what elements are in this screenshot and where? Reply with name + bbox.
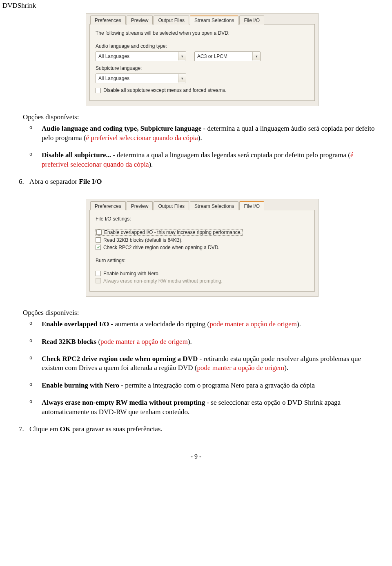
- list-item: Read 32KB blocks (pode manter a opção de…: [23, 337, 376, 346]
- option-title: Disable all subpicture...: [42, 151, 111, 159]
- combo-subpicture-language[interactable]: All Languages ▾: [96, 74, 186, 83]
- tab-stream-selections[interactable]: Stream Selections: [190, 201, 238, 210]
- list-item: Enable overlapped I/O - aumenta a veloci…: [23, 320, 376, 329]
- tab-preview[interactable]: Preview: [127, 201, 153, 210]
- checkbox-nero[interactable]: Enable burning with Nero.: [96, 271, 309, 276]
- option-title: Read 32KB blocks: [42, 338, 98, 345]
- checkbox-icon: [96, 237, 101, 243]
- text: ).: [149, 160, 153, 168]
- label-audio: Audio language and coding type:: [96, 43, 309, 49]
- checkbox-label: Read 32KB blocks (default is 64KB).: [103, 237, 183, 243]
- text-section-2: Opções disponíveis: Enable overlapped I/…: [0, 308, 392, 444]
- step-6: 6. Abra o separador File I/O: [19, 177, 376, 186]
- option-title: Enable burning with Nero: [42, 381, 119, 389]
- text: ).: [284, 364, 288, 372]
- chevron-down-icon: ▾: [178, 52, 186, 60]
- panel-body: File I/O settings: Enable overlapped I/O…: [89, 210, 315, 292]
- option-title: Always erase non-empty RW media without …: [42, 399, 205, 406]
- page-title: DVDShrink: [0, 0, 392, 11]
- checkbox-label: Always erase non-empty RW media without …: [103, 278, 223, 284]
- checkbox-label: Enable overlapped I/O - this may increas…: [104, 230, 242, 235]
- tab-preview[interactable]: Preview: [127, 16, 153, 25]
- checkbox-erase-rw: Always erase non-empty RW media without …: [96, 278, 309, 284]
- checkbox-icon: [96, 245, 101, 250]
- text-bold: OK: [60, 425, 71, 433]
- checkbox-label: Enable burning with Nero.: [103, 271, 160, 276]
- tab-bar: Preferences Preview Output Files Stream …: [89, 15, 315, 25]
- combo-audio-language[interactable]: All Languages ▾: [96, 51, 186, 61]
- list-item: Enable burning with Nero - permite a int…: [23, 381, 376, 390]
- checkbox-label: Check RPC2 drive region code when openin…: [103, 245, 220, 250]
- checkbox-icon: [96, 88, 101, 93]
- checkbox-icon: [96, 278, 101, 283]
- combo-value: All Languages: [96, 53, 178, 59]
- list-item: Check RPC2 drive region code when openin…: [23, 354, 376, 373]
- text: - aumenta a velocidade do ripping (: [109, 320, 209, 328]
- tab-file-io[interactable]: File I/O: [239, 201, 264, 210]
- tab-output-files[interactable]: Output Files: [154, 201, 189, 210]
- text: - determina a qual a linguagem das legen…: [111, 151, 350, 159]
- chevron-down-icon: ▾: [252, 52, 260, 60]
- step-number: 6.: [19, 177, 24, 186]
- text-section-1: Opções disponíveis: Audio language and c…: [0, 113, 392, 196]
- label-subpicture: Subpicture language:: [96, 65, 309, 71]
- text: para gravar as suas preferências.: [71, 425, 163, 433]
- tab-output-files[interactable]: Output Files: [154, 16, 189, 25]
- checkbox-icon: [96, 271, 101, 276]
- text-red: pode manter a opção de origem: [100, 338, 188, 345]
- text: Clique em: [29, 425, 60, 433]
- options-heading: Opções disponíveis:: [23, 113, 376, 122]
- page-number: - 9 -: [0, 444, 392, 460]
- tab-stream-selections[interactable]: Stream Selections: [190, 16, 238, 25]
- checkbox-icon: [96, 230, 102, 235]
- text-red: é preferível seleccionar quando da cópia: [86, 134, 198, 142]
- chevron-down-icon: ▾: [178, 74, 186, 82]
- tab-preferences[interactable]: Preferences: [90, 201, 126, 210]
- text: ).: [188, 338, 192, 345]
- option-title: Check RPC2 drive region code when openin…: [42, 355, 198, 363]
- option-title: Enable overlapped I/O: [42, 320, 109, 328]
- list-item: Always erase non-empty RW media without …: [23, 398, 376, 417]
- checkbox-disable-subpicture[interactable]: Disable all subpicture except menus and …: [96, 87, 309, 93]
- intro-text: The following streams will be selected w…: [96, 30, 309, 36]
- text: ).: [297, 320, 301, 328]
- checkbox-rpc2[interactable]: Check RPC2 drive region code when openin…: [96, 245, 309, 250]
- text: Abra o separador: [29, 178, 79, 185]
- option-title: Audio language and coding type, Subpictu…: [42, 125, 201, 132]
- panel-body: The following streams will be selected w…: [89, 25, 315, 101]
- list-item: Audio language and coding type, Subpictu…: [23, 124, 376, 143]
- checkbox-overlapped-io[interactable]: Enable overlapped I/O - this may increas…: [96, 229, 243, 236]
- label-fio: File I/O settings:: [96, 216, 309, 222]
- text-red: pode manter a opção de origem: [197, 364, 284, 372]
- combo-value: AC3 or LPCM: [195, 53, 252, 59]
- step-number: 7.: [19, 425, 24, 434]
- dialog-stream-selections: Preferences Preview Output Files Stream …: [86, 13, 318, 106]
- step-7: 7. Clique em OK para gravar as suas pref…: [19, 425, 376, 434]
- text: ).: [198, 134, 202, 142]
- checkbox-label: Disable all subpicture except menus and …: [103, 87, 226, 93]
- text: - permite a integração com o programa Ne…: [119, 381, 315, 389]
- text-bold: File I/O: [79, 178, 102, 185]
- tab-preferences[interactable]: Preferences: [90, 16, 126, 25]
- tab-bar: Preferences Preview Output Files Stream …: [89, 201, 315, 210]
- options-heading: Opções disponíveis:: [23, 308, 376, 317]
- combo-value: All Languages: [96, 76, 178, 81]
- tab-file-io[interactable]: File I/O: [239, 16, 264, 25]
- text-red: pode manter a opção de origem: [209, 320, 297, 328]
- combo-audio-codec[interactable]: AC3 or LPCM ▾: [194, 51, 261, 61]
- checkbox-32kb[interactable]: Read 32KB blocks (default is 64KB).: [96, 237, 309, 243]
- label-burn: Burn settings:: [96, 258, 309, 263]
- list-item: Disable all subpicture... - determina a …: [23, 151, 376, 169]
- dialog-file-io: Preferences Preview Output Files Stream …: [86, 199, 318, 297]
